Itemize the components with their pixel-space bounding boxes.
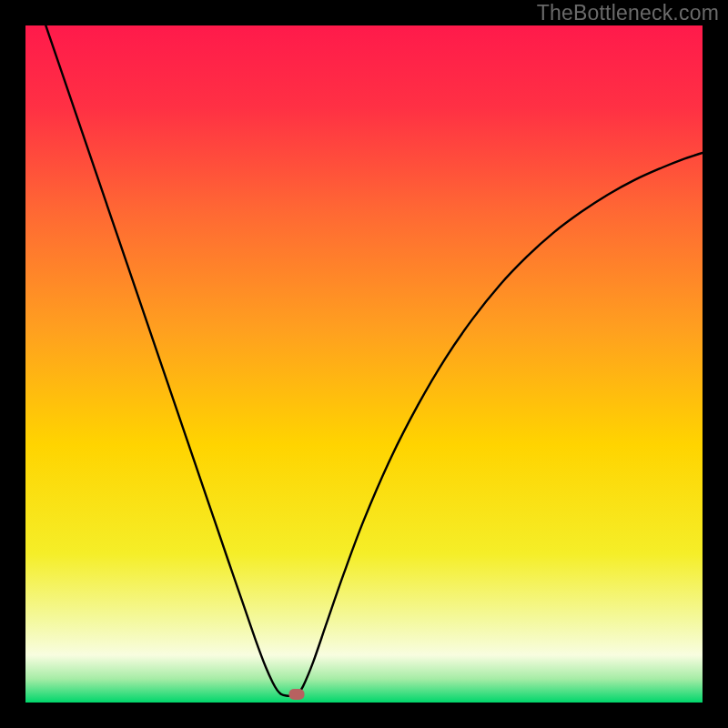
watermark-text: TheBottleneck.com <box>537 1 719 25</box>
plot-area <box>25 25 703 703</box>
chart-outer-frame: TheBottleneck.com <box>0 0 728 728</box>
gradient-background <box>25 25 703 703</box>
chart-svg <box>25 25 703 703</box>
optimal-point-marker <box>288 689 304 700</box>
